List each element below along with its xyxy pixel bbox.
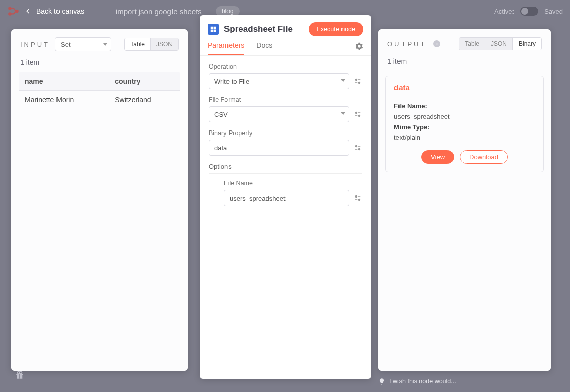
svg-point-14 (355, 195, 358, 198)
back-label: Back to canvas (36, 7, 84, 15)
binary-data-title: data (394, 83, 535, 96)
gift-icon[interactable] (15, 371, 24, 380)
app-logo-icon (7, 5, 20, 18)
file-name-label: File Name (224, 180, 362, 187)
download-button[interactable]: Download (460, 150, 508, 164)
lightbulb-icon (378, 378, 385, 385)
file-name-meta-label: File Name: (394, 102, 427, 110)
mime-type-meta-label: Mime Type: (394, 123, 430, 131)
svg-rect-7 (214, 30, 216, 32)
svg-point-15 (358, 199, 361, 201)
input-view-json[interactable]: JSON (151, 38, 178, 50)
svg-point-11 (358, 115, 361, 117)
input-col-country: country (108, 72, 180, 91)
svg-point-9 (358, 82, 361, 84)
file-name-meta-value: users_spreadsheet (394, 112, 535, 122)
svg-rect-18 (19, 374, 20, 379)
execute-node-button[interactable]: Execute node (309, 22, 363, 36)
file-format-options-icon[interactable] (353, 110, 362, 119)
arrow-left-icon (24, 7, 32, 15)
input-source-select[interactable]: Set (55, 37, 111, 51)
input-table: name country Marinette Morin Switzerland (18, 72, 181, 109)
options-section-label: Options (209, 163, 362, 174)
input-panel: INPUT Set Table JSON 1 item name country… (11, 29, 188, 371)
workflow-tag[interactable]: blog (216, 6, 240, 16)
input-view-toggle: Table JSON (124, 38, 179, 51)
tab-docs[interactable]: Docs (256, 41, 272, 55)
operation-select[interactable]: Write to File (209, 73, 349, 89)
table-row[interactable]: Marinette Morin Switzerland (19, 91, 181, 109)
svg-point-12 (355, 145, 358, 148)
binary-property-options-icon[interactable] (353, 143, 362, 152)
mime-type-meta-value: text/plain (394, 133, 535, 143)
node-settings-icon[interactable] (355, 42, 363, 50)
node-title: Spreadsheet File (224, 24, 293, 34)
info-icon[interactable]: i (433, 40, 440, 47)
svg-point-10 (355, 112, 358, 114)
binary-card: data File Name: users_spreadsheet Mime T… (385, 76, 544, 172)
node-panel: Spreadsheet File Execute node Parameters… (200, 15, 371, 379)
input-title: INPUT (20, 41, 50, 48)
output-view-binary[interactable]: Binary (513, 38, 541, 50)
saved-label: Saved (544, 8, 563, 15)
binary-property-label: Binary Property (209, 129, 362, 137)
output-panel: OUTPUT i Table JSON Binary 1 item data F… (378, 29, 551, 371)
operation-options-icon[interactable] (353, 77, 362, 86)
back-to-canvas-link[interactable]: Back to canvas (24, 7, 84, 15)
workflow-name[interactable]: import json google sheets (116, 7, 202, 16)
cell-country: Switzerland (108, 91, 180, 109)
active-toggle[interactable] (520, 7, 538, 16)
feedback-bar[interactable]: I wish this node would... (378, 378, 457, 385)
svg-rect-5 (214, 27, 216, 29)
file-format-label: File Format (209, 96, 362, 103)
output-view-toggle: Table JSON Binary (459, 37, 542, 50)
output-view-table[interactable]: Table (459, 38, 485, 50)
operation-label: Operation (209, 63, 362, 70)
input-item-count: 1 item (11, 56, 188, 72)
input-col-name: name (19, 72, 109, 91)
output-title: OUTPUT (387, 40, 426, 48)
file-name-options-icon[interactable] (353, 193, 362, 203)
active-label: Active: (494, 8, 514, 15)
svg-rect-6 (211, 30, 213, 32)
file-name-input[interactable] (224, 190, 349, 206)
svg-rect-4 (211, 27, 213, 29)
output-item-count: 1 item (378, 55, 551, 71)
view-button[interactable]: View (421, 150, 454, 164)
binary-property-input[interactable] (209, 140, 349, 156)
cell-name: Marinette Morin (19, 91, 109, 109)
svg-point-8 (355, 79, 358, 81)
svg-point-13 (358, 148, 361, 151)
file-format-select[interactable]: CSV (209, 106, 349, 122)
svg-point-20 (20, 372, 22, 374)
spreadsheet-icon (208, 24, 219, 35)
tab-parameters[interactable]: Parameters (208, 41, 244, 55)
input-view-table[interactable]: Table (125, 38, 150, 50)
output-view-json[interactable]: JSON (485, 38, 512, 50)
feedback-text: I wish this node would... (389, 378, 457, 385)
